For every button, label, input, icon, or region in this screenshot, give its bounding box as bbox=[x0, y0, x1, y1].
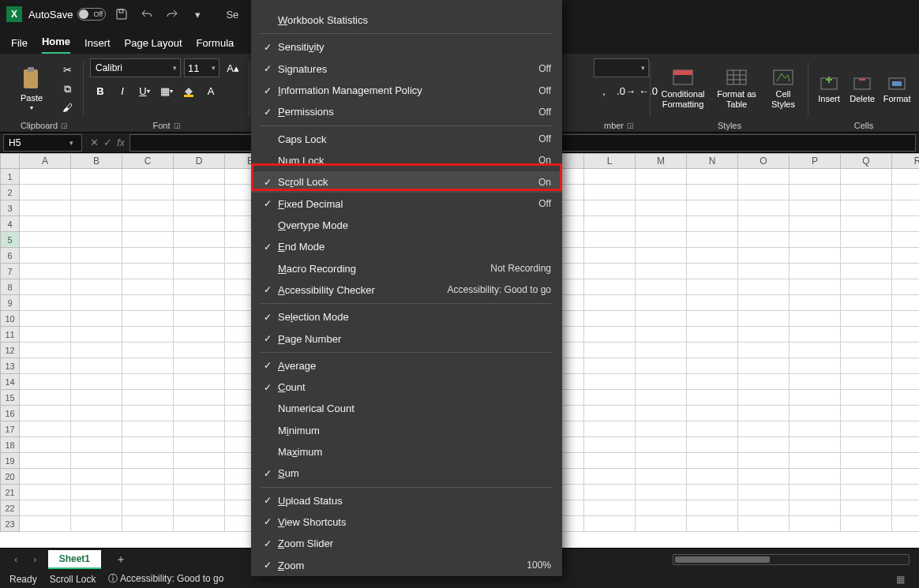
menu-item-macro-recording[interactable]: Macro RecordingNot Recording bbox=[251, 257, 562, 279]
menu-item-zoom-slider[interactable]: ✓Zoom Slider bbox=[251, 533, 562, 554]
row-header[interactable]: 21 bbox=[0, 485, 20, 500]
cell[interactable] bbox=[738, 374, 790, 390]
cell[interactable] bbox=[738, 216, 790, 232]
cell[interactable] bbox=[687, 374, 738, 390]
cell[interactable] bbox=[636, 295, 687, 311]
cell[interactable] bbox=[584, 421, 636, 437]
cell[interactable] bbox=[71, 295, 122, 311]
cell[interactable] bbox=[122, 453, 174, 469]
cell[interactable] bbox=[687, 437, 738, 453]
cell[interactable] bbox=[636, 232, 687, 248]
column-header[interactable]: N bbox=[687, 153, 738, 169]
cell[interactable] bbox=[738, 264, 790, 279]
cell[interactable] bbox=[892, 469, 919, 485]
cell[interactable] bbox=[71, 453, 122, 469]
cell[interactable] bbox=[122, 374, 174, 390]
row-header[interactable]: 10 bbox=[0, 311, 20, 327]
cell[interactable] bbox=[790, 485, 841, 500]
cell[interactable] bbox=[687, 453, 738, 469]
cell[interactable] bbox=[687, 500, 738, 516]
column-header[interactable]: R bbox=[892, 153, 919, 169]
cell[interactable] bbox=[20, 232, 71, 248]
font-name-combo[interactable]: Calibri▾ bbox=[90, 58, 181, 77]
cell[interactable] bbox=[71, 421, 122, 437]
cell[interactable] bbox=[687, 311, 738, 327]
format-as-table-button[interactable]: Format as Table bbox=[714, 69, 760, 108]
cell[interactable] bbox=[122, 500, 174, 516]
cell[interactable] bbox=[174, 374, 225, 390]
cell[interactable] bbox=[841, 248, 892, 264]
cell[interactable] bbox=[122, 311, 174, 327]
bold-button[interactable]: B bbox=[90, 82, 111, 99]
cell[interactable] bbox=[790, 453, 841, 469]
cell[interactable] bbox=[584, 200, 636, 216]
cell[interactable] bbox=[122, 279, 174, 295]
cell[interactable] bbox=[174, 216, 225, 232]
cell[interactable] bbox=[738, 406, 790, 421]
cell[interactable] bbox=[841, 216, 892, 232]
cell[interactable] bbox=[584, 390, 636, 406]
cell[interactable] bbox=[20, 485, 71, 500]
cell[interactable] bbox=[71, 390, 122, 406]
cell[interactable] bbox=[122, 295, 174, 311]
cell[interactable] bbox=[122, 264, 174, 279]
cell[interactable] bbox=[71, 216, 122, 232]
cell[interactable] bbox=[71, 279, 122, 295]
cell[interactable] bbox=[636, 469, 687, 485]
column-header[interactable]: Q bbox=[841, 153, 892, 169]
select-all-corner[interactable] bbox=[0, 153, 20, 169]
number-format-combo[interactable]: ▾ bbox=[594, 58, 649, 77]
cell[interactable] bbox=[20, 264, 71, 279]
cell[interactable] bbox=[790, 295, 841, 311]
cell[interactable] bbox=[122, 390, 174, 406]
cell[interactable] bbox=[841, 200, 892, 216]
cell[interactable] bbox=[841, 390, 892, 406]
cell[interactable] bbox=[584, 500, 636, 516]
cell[interactable] bbox=[122, 343, 174, 358]
cell[interactable] bbox=[738, 469, 790, 485]
cell[interactable] bbox=[20, 374, 71, 390]
column-header[interactable]: D bbox=[174, 153, 225, 169]
cell[interactable] bbox=[174, 232, 225, 248]
cell[interactable] bbox=[841, 327, 892, 343]
cell[interactable] bbox=[790, 516, 841, 532]
cell[interactable] bbox=[687, 200, 738, 216]
column-header[interactable]: P bbox=[790, 153, 841, 169]
cell[interactable] bbox=[738, 343, 790, 358]
cell[interactable] bbox=[790, 216, 841, 232]
cell[interactable] bbox=[687, 216, 738, 232]
cell[interactable] bbox=[71, 185, 122, 200]
row-header[interactable]: 7 bbox=[0, 264, 20, 279]
cell[interactable] bbox=[790, 279, 841, 295]
column-header[interactable]: C bbox=[122, 153, 174, 169]
cell[interactable] bbox=[687, 516, 738, 532]
menu-item-page-number[interactable]: ✓Page Number bbox=[251, 328, 562, 349]
cell[interactable] bbox=[174, 358, 225, 374]
cell[interactable] bbox=[841, 232, 892, 248]
cell[interactable] bbox=[636, 327, 687, 343]
cell[interactable] bbox=[841, 185, 892, 200]
cell[interactable] bbox=[892, 169, 919, 185]
cell[interactable] bbox=[841, 169, 892, 185]
cell[interactable] bbox=[841, 343, 892, 358]
cell[interactable] bbox=[584, 406, 636, 421]
cell[interactable] bbox=[790, 406, 841, 421]
cell[interactable] bbox=[20, 516, 71, 532]
cell[interactable] bbox=[841, 406, 892, 421]
cell[interactable] bbox=[584, 169, 636, 185]
menu-item-end-mode[interactable]: ✓End Mode bbox=[251, 236, 562, 257]
menu-item-fixed-decimal[interactable]: ✓Fixed DecimalOff bbox=[251, 193, 562, 214]
cell[interactable] bbox=[687, 469, 738, 485]
cell[interactable] bbox=[790, 232, 841, 248]
cell[interactable] bbox=[174, 469, 225, 485]
row-header[interactable]: 23 bbox=[0, 516, 20, 532]
cell[interactable] bbox=[636, 200, 687, 216]
cell[interactable] bbox=[20, 279, 71, 295]
cell[interactable] bbox=[174, 169, 225, 185]
column-header[interactable]: M bbox=[636, 153, 687, 169]
cell[interactable] bbox=[636, 485, 687, 500]
cell[interactable] bbox=[892, 295, 919, 311]
cell[interactable] bbox=[122, 485, 174, 500]
cell[interactable] bbox=[687, 485, 738, 500]
cell[interactable] bbox=[20, 295, 71, 311]
